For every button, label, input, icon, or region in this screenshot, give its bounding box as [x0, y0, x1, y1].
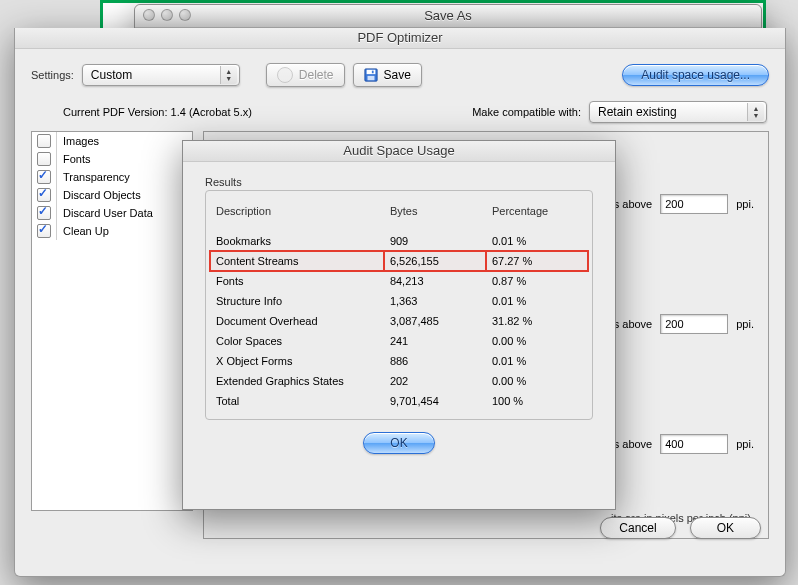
cell-percentage: 0.00 %: [486, 371, 588, 391]
settings-value: Custom: [91, 68, 150, 82]
svg-rect-3: [371, 71, 373, 74]
results-table: Description Bytes Percentage Bookmarks90…: [210, 201, 588, 411]
cell-description: Document Overhead: [210, 311, 384, 331]
save-as-titlebar[interactable]: Save As: [135, 5, 761, 28]
cell-percentage: 31.82 %: [486, 311, 588, 331]
category-label: Discard Objects: [57, 189, 141, 201]
minimize-icon[interactable]: [161, 9, 173, 21]
cell-bytes: 202: [384, 371, 486, 391]
results-label: Results: [205, 176, 593, 188]
current-version: Current PDF Version: 1.4 (Acrobat 5.x): [63, 106, 252, 118]
settings-select[interactable]: Custom ▲▼: [82, 64, 240, 86]
cell-bytes: 241: [384, 331, 486, 351]
category-label: Transparency: [57, 171, 130, 183]
delete-label: Delete: [299, 68, 334, 82]
audit-ok-button[interactable]: OK: [363, 432, 434, 454]
table-row: Content Streams6,526,15567.27 %: [210, 251, 588, 271]
cell-percentage: 0.00 %: [486, 331, 588, 351]
cell-percentage: 0.01 %: [486, 351, 588, 371]
cell-percentage: 67.27 %: [486, 251, 588, 271]
checkbox-icon[interactable]: [37, 188, 51, 202]
cell-description: Extended Graphics States: [210, 371, 384, 391]
category-label: Fonts: [57, 153, 91, 165]
cancel-button[interactable]: Cancel: [600, 517, 675, 539]
audit-title: Audit Space Usage: [183, 141, 615, 162]
ok-button[interactable]: OK: [690, 517, 761, 539]
save-as-title: Save As: [424, 8, 472, 23]
compat-value: Retain existing: [598, 105, 695, 119]
cell-bytes: 6,526,155: [384, 251, 486, 271]
cell-description: Total: [210, 391, 384, 411]
audit-button-label: Audit space usage...: [641, 68, 750, 82]
category-item[interactable]: Discard User Data: [32, 204, 192, 222]
category-item[interactable]: Fonts: [32, 150, 192, 168]
table-row: Structure Info1,3630.01 %: [210, 291, 588, 311]
category-label: Clean Up: [57, 225, 109, 237]
svg-rect-2: [367, 76, 374, 80]
chevron-updown-icon: ▲▼: [747, 103, 764, 121]
floppy-icon: [364, 68, 378, 82]
col-description: Description: [210, 201, 384, 231]
cell-description: X Object Forms: [210, 351, 384, 371]
cell-bytes: 1,363: [384, 291, 486, 311]
ppi-input-3[interactable]: [660, 434, 728, 454]
category-item[interactable]: Transparency: [32, 168, 192, 186]
cell-percentage: 0.01 %: [486, 231, 588, 251]
table-row: Document Overhead3,087,48531.82 %: [210, 311, 588, 331]
category-list: ImagesFontsTransparencyDiscard ObjectsDi…: [31, 131, 193, 511]
cell-bytes: 84,213: [384, 271, 486, 291]
table-row: Total9,701,454100 %: [210, 391, 588, 411]
compat-label: Make compatible with:: [472, 106, 581, 118]
checkbox-icon[interactable]: [37, 152, 51, 166]
desktop-backdrop: Save As PDF Optimizer Settings: Custom ▲…: [0, 0, 798, 585]
chevron-updown-icon: ▲▼: [220, 66, 237, 84]
category-item[interactable]: Clean Up: [32, 222, 192, 240]
results-header-row: Description Bytes Percentage: [210, 201, 588, 231]
ppi-input-1[interactable]: [660, 194, 728, 214]
cell-description: Bookmarks: [210, 231, 384, 251]
col-percentage: Percentage: [486, 201, 588, 231]
category-label: Images: [57, 135, 99, 147]
zoom-icon[interactable]: [179, 9, 191, 21]
results-box: Description Bytes Percentage Bookmarks90…: [205, 190, 593, 420]
category-item[interactable]: Discard Objects: [32, 186, 192, 204]
cell-description: Color Spaces: [210, 331, 384, 351]
checkbox-icon[interactable]: [37, 206, 51, 220]
cell-bytes: 9,701,454: [384, 391, 486, 411]
cell-description: Fonts: [210, 271, 384, 291]
settings-label: Settings:: [31, 69, 74, 81]
col-bytes: Bytes: [384, 201, 486, 231]
ppi-input-2[interactable]: [660, 314, 728, 334]
table-row: X Object Forms8860.01 %: [210, 351, 588, 371]
table-row: Extended Graphics States2020.00 %: [210, 371, 588, 391]
category-label: Discard User Data: [57, 207, 153, 219]
cell-percentage: 0.87 %: [486, 271, 588, 291]
audit-space-usage-button[interactable]: Audit space usage...: [622, 64, 769, 86]
table-row: Color Spaces2410.00 %: [210, 331, 588, 351]
delete-button: Delete: [266, 63, 345, 87]
cell-percentage: 0.01 %: [486, 291, 588, 311]
stop-icon: [277, 67, 293, 83]
cell-bytes: 909: [384, 231, 486, 251]
pdf-optimizer-title: PDF Optimizer: [15, 28, 785, 49]
cell-percentage: 100 %: [486, 391, 588, 411]
window-controls: [143, 9, 191, 21]
category-item[interactable]: Images: [32, 132, 192, 150]
checkbox-icon[interactable]: [37, 224, 51, 238]
checkbox-icon[interactable]: [37, 134, 51, 148]
cell-description: Content Streams: [210, 251, 384, 271]
svg-rect-1: [366, 70, 375, 74]
save-button[interactable]: Save: [353, 63, 422, 87]
compat-select[interactable]: Retain existing ▲▼: [589, 101, 767, 123]
table-row: Bookmarks9090.01 %: [210, 231, 588, 251]
save-label: Save: [384, 68, 411, 82]
table-row: Fonts84,2130.87 %: [210, 271, 588, 291]
close-icon[interactable]: [143, 9, 155, 21]
checkbox-icon[interactable]: [37, 170, 51, 184]
cell-bytes: 3,087,485: [384, 311, 486, 331]
cell-bytes: 886: [384, 351, 486, 371]
cell-description: Structure Info: [210, 291, 384, 311]
audit-space-usage-sheet: Audit Space Usage Results Description By…: [182, 140, 616, 510]
